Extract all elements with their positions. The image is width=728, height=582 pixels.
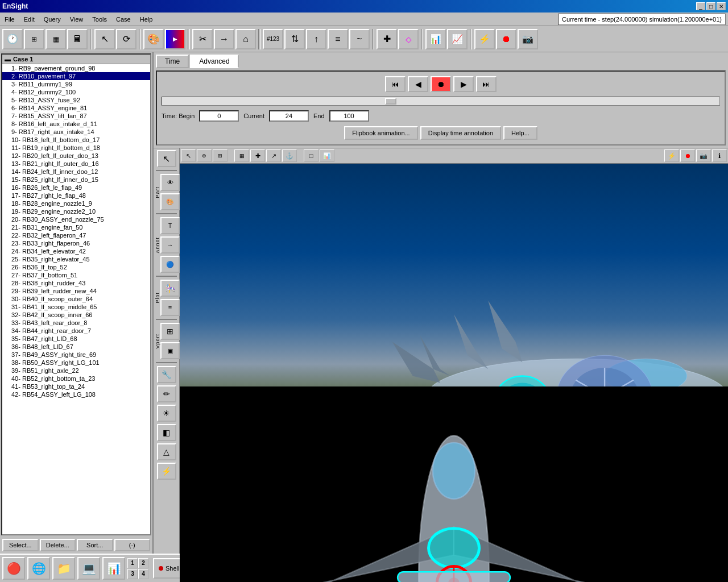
menu-query[interactable]: Query (39, 13, 65, 26)
lines-icon[interactable]: ≡ (328, 29, 348, 49)
tree-item-19[interactable]: 20- RB30_ASSY_end_nozzle_75 (2, 215, 150, 223)
annot-arrow-button[interactable]: → (160, 236, 180, 253)
record-icon[interactable]: ⏺ (496, 29, 516, 49)
vp-arrow-btn[interactable]: ↗ (266, 149, 281, 162)
step-back-button[interactable]: ◀ (408, 76, 428, 92)
tree-item-6[interactable]: 7- RB15_ASSY_lift_fan_87 (2, 112, 150, 120)
flipbook-button[interactable]: Flipbook animation... (344, 126, 418, 140)
step-end-button[interactable]: ⏭ (476, 76, 497, 92)
time-slider[interactable] (162, 97, 720, 106)
sun-tool-button[interactable]: ☀ (157, 405, 176, 422)
tree-item-32[interactable]: 33- RB43_left_rear_door_8 (2, 319, 150, 327)
time-slider-thumb[interactable] (385, 98, 396, 105)
menu-view[interactable]: View (65, 13, 88, 26)
arrow-right-icon[interactable]: → (214, 29, 234, 49)
tree-item-40[interactable]: 41- RB53_right_top_ta_24 (2, 383, 150, 390)
tree-item-23[interactable]: 24- RB34_left_elevator_42 (2, 247, 150, 255)
delete-button[interactable]: Delete... (40, 539, 76, 551)
network-icon[interactable]: 🌐 (27, 557, 50, 580)
menu-tools[interactable]: Tools (88, 13, 111, 26)
plot-lines-button[interactable]: ≡ (160, 299, 180, 316)
desktop-2-button[interactable]: 2 (138, 558, 148, 568)
vp-chart-btn[interactable]: 📊 (320, 149, 334, 162)
tree-item-14[interactable]: 15- RB25_right_lf_inner_do_15 (2, 176, 150, 184)
tree-item-4[interactable]: 5- RB13_ASSY_fuse_92 (2, 96, 150, 104)
triangle-tool-button[interactable]: △ (157, 443, 176, 460)
table-icon[interactable]: ▦ (46, 29, 66, 49)
vp-cross-btn[interactable]: ✚ (250, 149, 265, 162)
vp-lightning-btn[interactable]: ⚡ (664, 149, 679, 162)
tree-item-20[interactable]: 21- RB31_engine_fan_50 (2, 223, 150, 231)
transform-icon[interactable]: ⟳ (116, 29, 136, 49)
tree-item-8[interactable]: 9- RB17_right_aux_intake_14 (2, 128, 150, 136)
record-button[interactable]: ⏺ (431, 76, 451, 92)
pencil-tool-button[interactable]: ✏ (157, 385, 176, 402)
current-field[interactable]: 24 (269, 110, 309, 122)
tree-item-36[interactable]: 37- RB49_ASSY_right_tire_69 (2, 351, 150, 359)
menu-file[interactable]: File (0, 13, 19, 26)
tree-item-3[interactable]: 4- RB12_dummy2_100 (2, 88, 150, 96)
tree-item-31[interactable]: 32- RB42_lf_scoop_inner_66 (2, 311, 150, 319)
step-start-button[interactable]: ⏮ (385, 76, 406, 92)
tree-item-35[interactable]: 36- RB48_left_LID_67 (2, 343, 150, 351)
arrows-icon[interactable]: ⇅ (284, 29, 305, 49)
tree-item-2[interactable]: 3- RB11_dummy1_99 (2, 80, 150, 88)
step-forward-button[interactable]: ▶ (453, 76, 474, 92)
tree-item-33[interactable]: 34- RB44_right_rear_door_7 (2, 327, 150, 335)
tree-item-11[interactable]: 12- RB20_left_lf_outer_doo_13 (2, 152, 150, 160)
lightning-icon[interactable]: ⚡ (474, 29, 495, 49)
part-color-button[interactable]: 🎨 (160, 193, 180, 210)
sort-button[interactable]: Sort... (77, 539, 113, 551)
tree-item-28[interactable]: 29- RB39_left_rudder_new_44 (2, 287, 150, 295)
tree-item-18[interactable]: 19- RB29_engine_nozzle2_10 (2, 207, 150, 215)
tree-item-41[interactable]: 42- RB54_ASSY_left_LG_108 (2, 390, 150, 398)
tree-item-34[interactable]: 35- RB47_right_LID_68 (2, 335, 150, 343)
vp-record-btn[interactable]: ⏺ (680, 149, 695, 162)
select-button[interactable]: Select... (2, 539, 39, 551)
vport-add-button[interactable]: ⊞ (160, 323, 180, 340)
begin-field[interactable]: 0 (199, 110, 239, 122)
tree-item-13[interactable]: 14- RB24_left_lf_inner_doo_12 (2, 168, 150, 176)
end-field[interactable]: 100 (329, 110, 369, 122)
menu-help[interactable]: Help (135, 13, 158, 26)
tree-item-15[interactable]: 16- RB26_left_le_flap_49 (2, 184, 150, 192)
tree-item-21[interactable]: 22- RB32_left_flaperon_47 (2, 231, 150, 239)
tree-item-17[interactable]: 18- RB28_engine_nozzle1_9 (2, 199, 150, 207)
advanced-tab[interactable]: Advanced (190, 55, 238, 68)
tree-item-37[interactable]: 38- RB50_ASSY_right_LG_101 (2, 359, 150, 367)
tree-item-9[interactable]: 10- RB18_left_lf_bottom_do_17 (2, 136, 150, 144)
time-tab[interactable]: Time (156, 55, 189, 68)
menu-edit[interactable]: Edit (19, 13, 39, 26)
tree-item-12[interactable]: 13- RB21_right_lf_outer_do_16 (2, 160, 150, 168)
tree-item-30[interactable]: 31- RB41_lf_scoop_middle_65 (2, 303, 150, 311)
scissors-icon[interactable]: ✂ (192, 29, 213, 49)
vp-info-btn[interactable]: ℹ (712, 149, 727, 162)
start-icon[interactable]: 🔴 (2, 557, 25, 580)
tree-item-38[interactable]: 39- RB51_right_axle_22 (2, 367, 150, 375)
part-visible-button[interactable]: 👁 (160, 174, 180, 191)
annot-text-button[interactable]: T (160, 217, 180, 234)
minus-button[interactable]: (-) (114, 539, 151, 551)
vp-camera-btn[interactable]: 📷 (696, 149, 711, 162)
desktop-1-button[interactable]: 1 (127, 558, 138, 568)
vp-grid-btn[interactable]: ⊞ (213, 149, 228, 162)
home-icon[interactable]: ⌂ (235, 29, 256, 49)
mini-viewport[interactable]: X Y (180, 386, 728, 534)
vport-select-button[interactable]: ▣ (160, 342, 180, 359)
annot-color-button[interactable]: 🔵 (160, 256, 180, 273)
tree-item-29[interactable]: 30- RB40_lf_scoop_outer_64 (2, 295, 150, 303)
calc-icon[interactable]: 🖩 (67, 29, 88, 49)
chart-task-icon[interactable]: 📊 (102, 557, 125, 580)
desktop-3-button[interactable]: 3 (127, 569, 138, 579)
terminal-icon[interactable]: 💻 (77, 557, 100, 580)
maximize-button[interactable]: □ (706, 2, 715, 10)
grid-icon[interactable]: ⊞ (24, 29, 44, 49)
cross-icon[interactable]: ✚ (377, 29, 397, 49)
wrench-tool-button[interactable]: 🔧 (157, 366, 176, 383)
tree-item-0[interactable]: 1- RB9_pavement_ground_98 (2, 64, 150, 72)
clock-icon[interactable]: 🕐 (2, 29, 23, 49)
tree-item-26[interactable]: 27- RB37_lf_bottom_51 (2, 271, 150, 279)
vp-table-btn[interactable]: ▦ (234, 149, 249, 162)
tree-item-25[interactable]: 26- RB36_lf_top_52 (2, 263, 150, 271)
diamond-icon[interactable]: ◇ (398, 29, 419, 49)
